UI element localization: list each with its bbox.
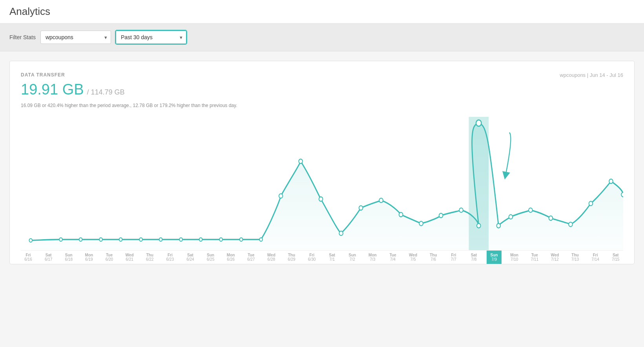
svg-point-23: [477, 223, 481, 228]
total-value: / 114.79 GB: [87, 88, 125, 96]
svg-point-2: [59, 238, 62, 241]
date-tick: Fri6/30: [305, 251, 319, 264]
main-content: DATA TRANSFER wpcoupons | Jun 14 - Jul 1…: [0, 51, 644, 274]
date-tick: Sun6/25: [203, 251, 218, 264]
current-value: 19.91 GB: [21, 81, 84, 98]
date-tick: Mon7/3: [365, 251, 380, 264]
date-tick: Fri6/16: [21, 251, 36, 264]
svg-point-12: [259, 238, 263, 241]
date-tick: Mon6/26: [223, 251, 238, 264]
svg-point-16: [339, 231, 343, 235]
date-tick: Sat7/8: [466, 251, 481, 264]
date-tick: Sat6/24: [183, 251, 198, 264]
page-title-bar: Analytics: [0, 0, 644, 24]
chart-area: [21, 117, 623, 250]
date-tick: Tue7/11: [527, 251, 542, 264]
data-value-row: 19.91 GB / 114.79 GB: [21, 81, 623, 98]
data-summary: 16.09 GB or 420.4% higher than the perio…: [21, 102, 623, 109]
filter-label: Filter Stats: [9, 34, 36, 40]
svg-point-11: [240, 238, 243, 241]
svg-point-24: [476, 120, 482, 126]
svg-point-13: [279, 194, 283, 198]
date-axis: Fri6/16Sat6/17Sun6/18Mon6/19Tue6/20Wed6/…: [21, 250, 623, 264]
date-tick: Fri6/23: [162, 251, 177, 264]
date-tick: Sun7/2: [345, 251, 360, 264]
date-tick: Thu6/29: [284, 251, 299, 264]
svg-point-1: [29, 239, 32, 242]
svg-point-26: [509, 214, 513, 219]
chart-title: DATA TRANSFER: [21, 72, 65, 78]
site-select-wrapper: wpcoupons: [40, 31, 111, 44]
svg-point-28: [549, 216, 553, 220]
date-tick: Wed6/28: [264, 251, 279, 264]
svg-point-21: [439, 213, 443, 218]
page-title: Analytics: [9, 5, 635, 18]
site-select[interactable]: wpcoupons: [40, 31, 111, 44]
svg-point-4: [99, 238, 102, 241]
date-tick: Sun6/18: [61, 251, 76, 264]
svg-point-9: [199, 238, 203, 241]
date-tick: Mon7/10: [507, 251, 522, 264]
date-tick: Thu6/22: [142, 251, 157, 264]
date-tick: Fri7/7: [446, 251, 461, 264]
svg-point-25: [496, 223, 500, 228]
svg-point-22: [459, 208, 463, 212]
period-select[interactable]: Past 30 days Past 7 days Past 90 days Th…: [116, 31, 186, 44]
chart-card: DATA TRANSFER wpcoupons | Jun 14 - Jul 1…: [9, 61, 635, 264]
period-select-wrapper: Past 30 days Past 7 days Past 90 days Th…: [116, 31, 186, 44]
date-tick: Sat7/15: [608, 251, 623, 264]
date-tick: Wed7/12: [547, 251, 562, 264]
svg-point-20: [419, 221, 423, 225]
svg-point-7: [159, 238, 162, 241]
date-tick: Sat6/17: [41, 251, 56, 264]
svg-point-17: [359, 206, 363, 210]
svg-point-14: [299, 159, 303, 164]
date-tick: Wed7/5: [406, 251, 421, 264]
date-tick: Sun7/9: [487, 251, 502, 264]
date-tick: Mon6/19: [82, 251, 97, 264]
svg-point-29: [569, 222, 573, 227]
date-tick: Thu7/6: [426, 251, 441, 264]
line-chart: [21, 117, 623, 250]
svg-point-8: [179, 238, 182, 241]
chart-range: wpcoupons | Jun 14 - Jul 16: [560, 72, 623, 78]
date-tick: Thu7/13: [567, 251, 582, 264]
svg-point-30: [589, 201, 593, 205]
svg-point-31: [609, 179, 613, 183]
filter-bar: Filter Stats wpcoupons Past 30 days Past…: [0, 24, 644, 51]
svg-point-6: [139, 238, 142, 241]
date-tick: Tue6/27: [244, 251, 259, 264]
svg-point-5: [119, 238, 122, 241]
date-tick: Wed6/21: [122, 251, 137, 264]
svg-point-32: [621, 193, 623, 197]
svg-point-18: [379, 198, 383, 202]
card-header: DATA TRANSFER wpcoupons | Jun 14 - Jul 1…: [21, 72, 623, 78]
svg-point-3: [79, 238, 82, 241]
date-tick: Fri7/14: [588, 251, 603, 264]
svg-point-15: [319, 197, 323, 201]
date-tick: Tue7/4: [385, 251, 400, 264]
svg-point-10: [219, 238, 223, 241]
svg-point-19: [399, 213, 403, 217]
date-tick: Sat7/1: [325, 251, 339, 264]
date-tick: Tue6/20: [102, 251, 117, 264]
svg-point-27: [529, 208, 533, 212]
